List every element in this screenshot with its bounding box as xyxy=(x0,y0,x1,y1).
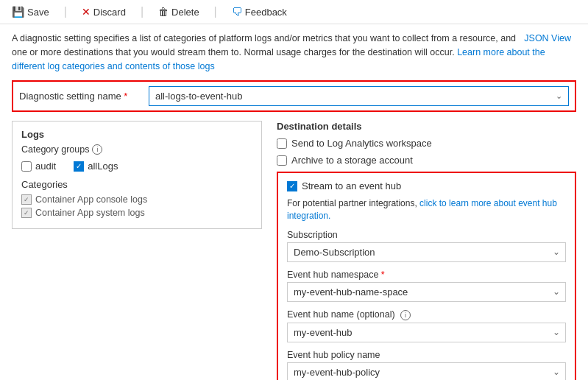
save-button[interactable]: 💾 Save xyxy=(9,4,52,19)
save-icon: 💾 xyxy=(12,6,24,18)
feedback-button[interactable]: 🗨 Feedback xyxy=(229,4,290,19)
discard-button[interactable]: ✕ Discard xyxy=(79,4,129,19)
hub-name-info-icon[interactable]: i xyxy=(400,310,411,320)
diagnostic-name-dropdown[interactable]: all-logs-to-event-hub ⌄ xyxy=(149,86,569,106)
hub-name-select[interactable]: my-event-hub xyxy=(287,323,566,342)
hub-name-select-wrapper: my-event-hub xyxy=(287,323,566,342)
storage-option: Archive to a storage account xyxy=(277,155,576,166)
storage-label: Archive to a storage account xyxy=(291,155,413,166)
subscription-select[interactable]: Demo-Subscription xyxy=(287,242,566,262)
namespace-label: Event hub namespace * xyxy=(287,270,566,280)
category-groups-info-icon[interactable]: i xyxy=(92,144,102,155)
system-logs-checkbox-disabled: ✓ xyxy=(21,208,32,218)
event-hub-label: Stream to an event hub xyxy=(302,180,401,191)
alllogs-checkbox[interactable]: ✓ xyxy=(74,161,84,172)
logs-section: Logs Category groups i audit ✓ allLogs xyxy=(12,121,262,380)
delete-button[interactable]: 🗑 Delete xyxy=(155,4,202,19)
json-view-link[interactable]: JSON View xyxy=(524,32,571,46)
namespace-group: Event hub namespace * my-event-hub-name-… xyxy=(287,270,566,302)
feedback-icon: 🗨 xyxy=(232,6,242,18)
audit-checkbox-item: audit xyxy=(21,161,56,172)
alllogs-label: allLogs xyxy=(88,161,118,172)
destination-options-top: Send to Log Analytics workspace Archive … xyxy=(277,138,576,166)
destination-title: Destination details xyxy=(277,121,576,132)
console-logs-checkbox-disabled: ✓ xyxy=(21,194,32,205)
policy-label: Event hub policy name xyxy=(287,350,566,360)
discard-icon: ✕ xyxy=(82,6,91,18)
subscription-label: Subscription xyxy=(287,230,566,240)
destination-title-row: Destination details xyxy=(277,121,576,132)
audit-checkbox[interactable] xyxy=(21,161,32,172)
event-hub-header: ✓ Stream to an event hub xyxy=(287,180,566,191)
policy-select[interactable]: my-event-hub-policy xyxy=(287,362,566,380)
categories-label: Categories xyxy=(21,179,252,190)
main-content: JSON View A diagnostic setting specifies… xyxy=(0,24,588,380)
diagnostic-name-chevron-icon: ⌄ xyxy=(556,91,562,101)
log-analytics-label: Send to Log Analytics workspace xyxy=(291,138,432,149)
category-groups-label: Category groups i xyxy=(21,144,252,155)
description-text: JSON View A diagnostic setting specifies… xyxy=(12,32,571,73)
log-analytics-option: Send to Log Analytics workspace xyxy=(277,138,576,149)
policy-group: Event hub policy name my-event-hub-polic… xyxy=(287,350,566,380)
two-column-layout: Logs Category groups i audit ✓ allLogs xyxy=(12,121,576,380)
storage-checkbox[interactable] xyxy=(277,155,287,166)
category-system-logs: ✓ Container App system logs xyxy=(21,208,252,218)
logs-box: Logs Category groups i audit ✓ allLogs xyxy=(12,121,262,229)
event-hub-checkbox[interactable]: ✓ xyxy=(287,181,297,191)
namespace-select[interactable]: my-event-hub-name-space xyxy=(287,282,566,302)
event-hub-box: ✓ Stream to an event hub For potential p… xyxy=(277,172,576,380)
delete-icon: 🗑 xyxy=(158,6,169,18)
policy-select-wrapper: my-event-hub-policy xyxy=(287,362,566,380)
diagnostic-name-row: Diagnostic setting name * all-logs-to-ev… xyxy=(12,80,576,112)
logs-title: Logs xyxy=(21,129,252,140)
subscription-group: Subscription Demo-Subscription xyxy=(287,230,566,262)
alllogs-checkbox-item: ✓ allLogs xyxy=(74,161,118,172)
category-console-logs: ✓ Container App console logs xyxy=(21,194,252,205)
hub-name-label: Event hub name (optional) i xyxy=(287,309,566,320)
category-checkboxes: audit ✓ allLogs xyxy=(21,161,252,172)
hub-name-group: Event hub name (optional) i my-event-hub xyxy=(287,309,566,342)
log-analytics-checkbox[interactable] xyxy=(277,138,287,149)
subscription-select-wrapper: Demo-Subscription xyxy=(287,242,566,262)
toolbar: 💾 Save | ✕ Discard | 🗑 Delete | 🗨 Feedba… xyxy=(0,0,588,24)
audit-label: audit xyxy=(35,161,56,172)
destination-section: Destination details Send to Log Analytic… xyxy=(277,121,576,380)
namespace-select-wrapper: my-event-hub-name-space xyxy=(287,282,566,302)
partner-integration-text: For potential partner integrations, clic… xyxy=(287,197,566,222)
diagnostic-name-label: Diagnostic setting name * xyxy=(19,91,137,102)
